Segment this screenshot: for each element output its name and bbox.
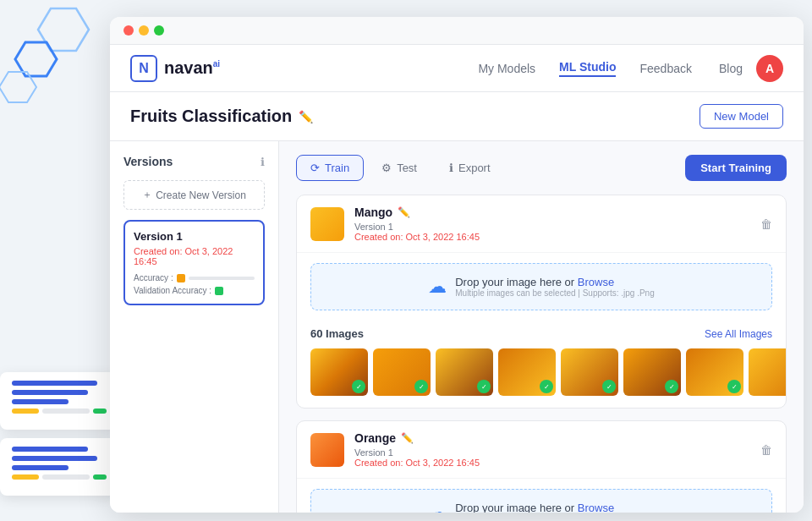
images-count: 60 Images	[310, 327, 364, 340]
mango-date: Created on: Oct 3, 2022 16:45	[354, 232, 760, 242]
mango-class-header: Mango ✏️ Version 1 Created on: Oct 3, 20…	[297, 195, 786, 253]
validation-value	[215, 287, 223, 295]
mango-images-section: 60 Images See All Images ✓ ✓	[297, 321, 786, 408]
mango-version: Version 1	[354, 222, 760, 232]
orange-delete-icon[interactable]: 🗑	[760, 443, 772, 457]
sidebar-header: Versions ℹ	[123, 155, 265, 168]
traffic-lights	[123, 25, 164, 36]
orange-thumbnail	[310, 433, 344, 467]
main-layout: Versions ℹ ＋ Create New Version Version …	[110, 141, 804, 513]
nav-links: My Models ML Studio Feedback	[478, 60, 692, 77]
tab-bar: ⟳ Train ⚙ Test ℹ Export Start Training	[296, 155, 787, 181]
blog-link[interactable]: Blog	[719, 62, 743, 75]
mango-class-name: Mango	[354, 206, 392, 219]
mango-thumb-img	[310, 207, 344, 241]
upload-cloud-icon: ☁	[428, 276, 447, 298]
upload-subtext: Multiple images can be selected | Suppor…	[455, 288, 655, 298]
accuracy-bar	[189, 277, 255, 280]
browse-link[interactable]: Browse	[578, 276, 614, 288]
nav-right: Blog A	[719, 55, 783, 82]
image-thumb-5: ✓	[561, 348, 618, 396]
mango-thumbnail	[310, 207, 344, 241]
image-badge-7: ✓	[727, 380, 741, 393]
mango-name-row: Mango ✏️	[354, 206, 760, 219]
edit-icon[interactable]: ✏️	[299, 110, 313, 123]
create-version-label: Create New Version	[156, 189, 246, 201]
sidebar-title: Versions	[123, 155, 173, 168]
tab-test[interactable]: ⚙ Test	[367, 155, 431, 181]
images-grid: ✓ ✓ ✓ ✓	[310, 348, 772, 396]
sidebar: Versions ℹ ＋ Create New Version Version …	[110, 141, 279, 513]
nav-feedback[interactable]: Feedback	[639, 62, 691, 75]
orange-class-name: Orange	[354, 431, 396, 445]
image-thumb-4: ✓	[498, 348, 556, 396]
upload-text: Drop your image here or Browse	[455, 276, 655, 288]
orange-upload-area[interactable]: ☁ Drop your image here or Browse Multipl…	[310, 489, 772, 513]
tab-train-label: Train	[325, 162, 349, 174]
navbar: N navanai My Models ML Studio Feedback B…	[110, 45, 804, 92]
minimize-button[interactable]	[139, 25, 149, 36]
mango-delete-icon[interactable]: 🗑	[760, 217, 772, 231]
browser-chrome	[110, 17, 804, 45]
accuracy-row: Accuracy :	[134, 273, 255, 282]
close-button[interactable]	[123, 25, 134, 36]
maximize-button[interactable]	[154, 25, 164, 36]
image-badge-6: ✓	[665, 380, 678, 393]
info-icon: ℹ	[261, 156, 265, 168]
accuracy-value	[177, 274, 185, 282]
orange-name-row: Orange ✏️	[354, 431, 760, 445]
create-version-button[interactable]: ＋ Create New Version	[123, 180, 265, 210]
avatar[interactable]: A	[756, 55, 783, 82]
nav-my-models[interactable]: My Models	[478, 62, 535, 75]
image-badge-3: ✓	[477, 380, 491, 393]
orange-version: Version 1	[354, 447, 760, 458]
image-thumb-7: ✓	[686, 348, 743, 396]
orange-date: Created on: Oct 3, 2022 16:45	[354, 458, 760, 468]
mango-class-section: Mango ✏️ Version 1 Created on: Oct 3, 20…	[296, 195, 787, 409]
orange-upload-cloud-icon: ☁	[428, 502, 447, 513]
version-name: Version 1	[134, 230, 255, 243]
version-metrics: Accuracy : Validation Accuracy :	[134, 273, 255, 295]
version-date: Created on: Oct 3, 2022 16:45	[134, 246, 255, 266]
mango-class-info: Mango ✏️ Version 1 Created on: Oct 3, 20…	[354, 206, 760, 242]
new-model-button[interactable]: New Model	[700, 104, 783, 129]
image-thumb-3: ✓	[436, 348, 493, 396]
page-header: Fruits Classification ✏️ New Model	[110, 92, 804, 141]
start-training-button[interactable]: Start Training	[685, 155, 787, 181]
orange-upload-text-block: Drop your image here or Browse Multiple …	[455, 502, 655, 513]
tab-test-label: Test	[397, 162, 417, 174]
image-badge-5: ✓	[602, 380, 616, 393]
svg-marker-0	[38, 8, 89, 51]
orange-class-section: Orange ✏️ Version 1 Created on: Oct 3, 2…	[296, 420, 787, 513]
image-thumb-1: ✓	[310, 348, 368, 396]
image-badge-4: ✓	[540, 380, 553, 393]
tab-train[interactable]: ⟳ Train	[296, 155, 364, 181]
nav-ml-studio[interactable]: ML Studio	[559, 60, 616, 77]
logo-text: navanai	[164, 58, 220, 78]
orange-thumb-img	[310, 433, 344, 467]
orange-edit-icon[interactable]: ✏️	[401, 432, 414, 444]
image-badge-2: ✓	[414, 380, 428, 393]
browser-window: N navanai My Models ML Studio Feedback B…	[110, 17, 804, 513]
validation-row: Validation Accuracy :	[134, 286, 255, 295]
version-card[interactable]: Version 1 Created on: Oct 3, 2022 16:45 …	[123, 220, 265, 305]
settings-icon: ⚙	[381, 162, 392, 174]
upload-text-block: Drop your image here or Browse Multiple …	[455, 276, 655, 298]
page-title: Fruits Classification	[130, 107, 292, 126]
image-thumb-2: ✓	[373, 348, 431, 396]
tab-export[interactable]: ℹ Export	[435, 155, 505, 181]
mango-upload-area[interactable]: ☁ Drop your image here or Browse Multipl…	[310, 263, 772, 310]
export-info-icon: ℹ	[449, 162, 453, 174]
orange-browse-link[interactable]: Browse	[578, 502, 614, 513]
plus-icon: ＋	[142, 188, 152, 202]
tab-export-label: Export	[458, 162, 491, 174]
mango-edit-icon[interactable]: ✏️	[398, 206, 410, 218]
orange-class-info: Orange ✏️ Version 1 Created on: Oct 3, 2…	[354, 431, 760, 468]
orange-upload-text: Drop your image here or Browse	[455, 502, 655, 513]
decorative-cards	[0, 372, 118, 504]
logo: N navanai	[130, 55, 220, 82]
see-all-link[interactable]: See All Images	[705, 328, 772, 340]
image-thumb-8: ✓	[749, 348, 787, 396]
page-content: Fruits Classification ✏️ New Model Versi…	[110, 92, 804, 513]
images-header: 60 Images See All Images	[310, 327, 772, 340]
